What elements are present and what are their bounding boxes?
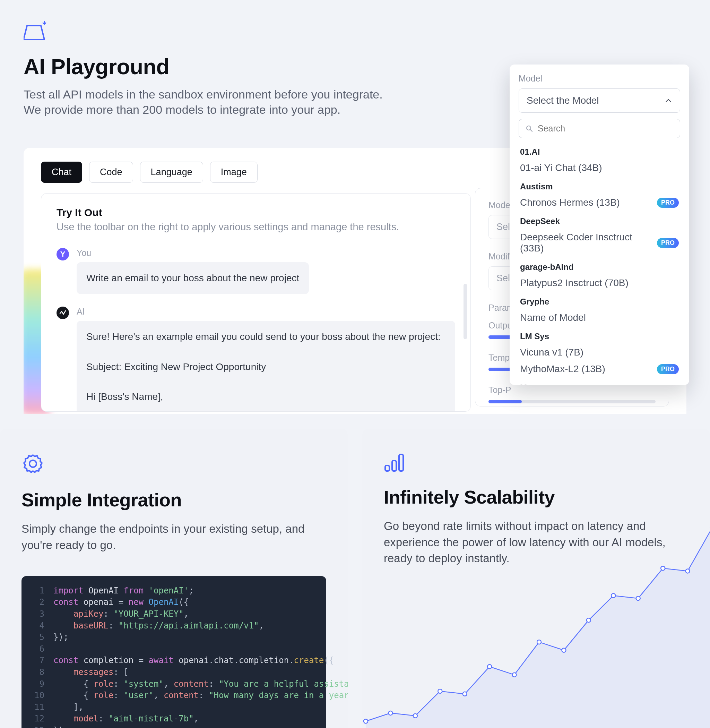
model-option[interactable]: 01-ai Yi Chat (34B) <box>520 160 679 177</box>
chevron-up-icon <box>665 97 672 104</box>
user-label: You <box>76 248 455 258</box>
model-option[interactable]: Vicuna v1 (7B) <box>520 345 679 362</box>
user-message-row: Y You Write an email to your boss about … <box>57 248 455 294</box>
svg-point-7 <box>388 711 392 715</box>
tab-chat[interactable]: Chat <box>41 162 82 183</box>
ai-message-bubble: Sure! Here's an example email you could … <box>76 321 455 412</box>
model-group-title: Meta <box>520 383 679 385</box>
ai-avatar <box>57 307 69 319</box>
model-search-input[interactable] <box>538 124 673 134</box>
model-group-title: DeepSeek <box>520 216 679 226</box>
user-avatar: Y <box>57 248 69 260</box>
top-p-label: Top-P <box>488 385 656 395</box>
svg-point-0 <box>527 126 531 130</box>
try-it-out-card: Try It Out Use the toolbar on the right … <box>41 193 471 412</box>
top-p-slider[interactable] <box>488 400 656 403</box>
pro-badge: PRO <box>657 238 679 248</box>
model-list: 01.AI01-ai Yi Chat (34B)AustismChronos H… <box>519 142 680 385</box>
playground-icon <box>23 21 687 44</box>
model-option[interactable]: Name of Model <box>520 310 679 327</box>
svg-point-9 <box>438 689 442 693</box>
svg-rect-3 <box>385 465 389 471</box>
model-option-label: Chronos Hermes (13B) <box>520 197 620 208</box>
try-subtitle: Use the toolbar on the right to apply va… <box>57 221 455 233</box>
model-group-title: LM Sys <box>520 332 679 341</box>
model-search-field[interactable] <box>519 119 680 138</box>
model-option-label: Vicuna v1 (7B) <box>520 347 584 358</box>
gear-icon <box>22 452 326 477</box>
svg-point-14 <box>562 648 566 652</box>
svg-point-18 <box>661 566 665 571</box>
scalability-title: Infinitely Scalability <box>384 486 688 508</box>
tab-image[interactable]: Image <box>210 162 258 183</box>
model-option-label: Name of Model <box>520 312 586 323</box>
model-option-label: 01-ai Yi Chat (34B) <box>520 162 602 174</box>
model-option-label: MythoMax-L2 (13B) <box>520 363 605 375</box>
svg-point-13 <box>537 640 541 644</box>
svg-rect-4 <box>392 460 396 471</box>
model-option[interactable]: Platypus2 Insctruct (70B) <box>520 275 679 292</box>
svg-point-19 <box>686 569 690 573</box>
user-message-bubble: Write an email to your boss about the ne… <box>76 262 309 294</box>
model-option[interactable]: MythoMax-L2 (13B)PRO <box>520 362 679 378</box>
model-dropdown-label: Model <box>519 74 680 84</box>
tab-code[interactable]: Code <box>89 162 133 183</box>
svg-point-10 <box>463 692 467 696</box>
svg-point-15 <box>587 618 591 622</box>
chat-scrollbar[interactable] <box>464 284 467 339</box>
svg-point-2 <box>29 460 37 467</box>
simple-integration-card: Simple Integration Simply change the end… <box>0 429 348 728</box>
pro-badge: PRO <box>657 198 679 208</box>
svg-point-8 <box>413 714 417 718</box>
tab-language[interactable]: Language <box>140 162 203 183</box>
svg-rect-5 <box>399 454 403 471</box>
model-group-title: Austism <box>520 182 679 191</box>
model-group-title: Gryphe <box>520 297 679 307</box>
simple-integration-subtitle: Simply change the endpoints in your exis… <box>22 521 326 553</box>
pro-badge: PRO <box>657 364 679 374</box>
svg-line-1 <box>530 130 532 131</box>
model-option-label: Deepseek Coder Insctruct (33B) <box>520 232 657 254</box>
model-option[interactable]: Chronos Hermes (13B)PRO <box>520 195 679 212</box>
svg-point-16 <box>611 594 615 598</box>
model-select-trigger[interactable]: Select the Model <box>519 88 680 113</box>
model-group-title: 01.AI <box>520 147 679 157</box>
simple-integration-title: Simple Integration <box>22 489 326 510</box>
search-icon <box>525 125 534 133</box>
infinitely-scalability-card: Infinitely Scalability Go beyond rate li… <box>362 429 710 728</box>
try-title: Try It Out <box>57 207 455 219</box>
ai-message-row: AI Sure! Here's an example email you cou… <box>57 307 455 412</box>
svg-point-12 <box>512 673 516 677</box>
svg-point-17 <box>636 597 640 601</box>
bars-icon <box>384 452 688 474</box>
svg-point-11 <box>487 665 491 669</box>
scalability-chart <box>362 510 710 728</box>
model-option[interactable]: Deepseek Coder Insctruct (33B)PRO <box>520 229 679 257</box>
model-option-label: Platypus2 Insctruct (70B) <box>520 278 629 288</box>
ai-label: AI <box>76 307 455 317</box>
model-group-title: garage-bAInd <box>520 262 679 272</box>
code-sample: 1import OpenAI from 'openAI';2const open… <box>22 576 326 728</box>
model-dropdown-panel: Model Select the Model 01.AI01-ai Yi Cha… <box>510 65 689 385</box>
svg-point-6 <box>364 719 368 724</box>
